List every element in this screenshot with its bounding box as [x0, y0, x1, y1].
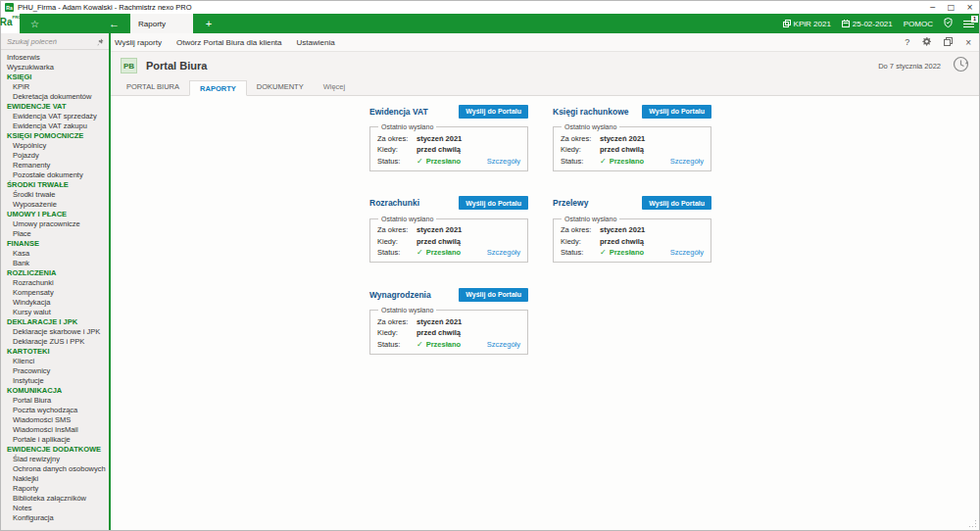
history-clock-icon[interactable]	[953, 56, 969, 76]
sidebar-item-ewidencja-vat-sprzedazy[interactable]: Ewidencja VAT sprzedaży	[1, 112, 109, 121]
send-to-portal-button[interactable]: Wyślij do Portalu	[642, 196, 711, 210]
pin-icon[interactable]	[97, 32, 104, 50]
sidebar-item-rozrachunki[interactable]: Rozrachunki	[1, 278, 109, 288]
last-sent-legend: Ostatnio wysłano	[562, 216, 619, 222]
send-to-portal-button[interactable]: Wyślij do Portalu	[459, 288, 528, 302]
sidebar-item-umowy-pracownicze[interactable]: Umowy pracownicze	[1, 219, 109, 229]
details-link[interactable]: Szczegóły	[670, 248, 704, 257]
period-value: styczeń 2021	[600, 134, 645, 143]
details-link[interactable]: Szczegóły	[487, 157, 520, 166]
back-arrow-icon[interactable]: ←	[109, 14, 120, 33]
sidebar-item-klienci[interactable]: Klienci	[1, 357, 109, 366]
new-tab-button[interactable]: +	[195, 14, 222, 33]
maximize-button[interactable]: □	[942, 1, 960, 14]
status-label: Status:	[377, 157, 416, 166]
last-sent-fieldset: Ostatnio wysłanoZa okres:styczeń 2021Kie…	[369, 216, 528, 264]
sidebar-item-kursy-walut[interactable]: Kursy walut	[1, 308, 109, 317]
last-sent-legend: Ostatnio wysłano	[378, 123, 436, 130]
main-menu-button[interactable]: 1	[963, 20, 974, 28]
minimize-button[interactable]: −	[923, 1, 942, 14]
sidebar-item-portal-biura[interactable]: Portal Biura	[1, 396, 109, 406]
period-label: Za okres:	[377, 134, 416, 143]
command-search[interactable]: Szukaj poleceń	[1, 33, 109, 50]
settings-action[interactable]: Ustawienia	[297, 38, 335, 47]
calendar-icon	[842, 20, 850, 27]
sidebar-item-wyposazenie[interactable]: Wyposażenie	[1, 200, 109, 210]
favorites-star-icon[interactable]: ☆	[30, 14, 39, 33]
sidebar-item-biblioteka-zalacznikow[interactable]: Biblioteka załączników	[1, 494, 109, 504]
window-title: PHU_Firma - Adam Kowalski - Rachmistrz n…	[18, 3, 192, 12]
sidebar-item-wyszukiwarka[interactable]: Wyszukiwarka	[1, 63, 109, 72]
status-value: Przesłano	[426, 340, 461, 349]
sidebar: Szukaj poleceń InfoserwisWyszukiwarkaKSI…	[1, 33, 109, 530]
module-tab-raporty[interactable]: Raporty	[130, 14, 193, 33]
period-value: styczeń 2021	[416, 134, 462, 143]
sidebar-item-infoserwis[interactable]: Infoserwis	[1, 53, 109, 63]
sidebar-item-kasa[interactable]: Kasa	[1, 249, 109, 259]
period-selector[interactable]: KPiR 2021	[783, 20, 831, 28]
sidebar-item-ewidencja-vat-zakupu[interactable]: Ewidencja VAT zakupu	[1, 121, 109, 131]
resize-grip[interactable]	[968, 519, 976, 527]
sidebar-item-wiadomosci-sms[interactable]: Wiadomości SMS	[1, 415, 109, 425]
details-link[interactable]: Szczegóły	[487, 340, 520, 349]
sidebar-item-deklaracje-zus-i-ppk[interactable]: Deklaracje ZUS i PPK	[1, 337, 109, 347]
last-sent-legend: Ostatnio wysłano	[562, 123, 619, 130]
close-window-button[interactable]: ×	[960, 1, 979, 14]
help-label: POMOC	[904, 20, 933, 28]
sidebar-item-wiadomosci-insmail[interactable]: Wiadomości InsMail	[1, 425, 109, 435]
details-link[interactable]: Szczegóły	[670, 157, 704, 166]
app-logo[interactable]: RaPRO	[1, 14, 20, 33]
send-to-portal-button[interactable]: Wyślij do Portalu	[459, 105, 528, 119]
sidebar-item-kpir[interactable]: KPiR	[1, 82, 109, 92]
gear-icon[interactable]	[922, 37, 931, 48]
tab-wiecej[interactable]: Więcej	[314, 79, 356, 95]
send-reports-action[interactable]: Wyślij raporty	[115, 38, 162, 47]
card-title: Księgi rachunkowe	[553, 107, 628, 117]
date-selector[interactable]: 25-02-2021	[842, 20, 893, 28]
help-menu[interactable]: POMOC	[904, 20, 933, 28]
sidebar-section-komunikacja: KOMUNIKACJA	[1, 386, 109, 396]
tab-portal-biura[interactable]: PORTAL BIURA	[117, 79, 189, 95]
sidebar-item-notes[interactable]: Notes	[1, 504, 109, 513]
sidebar-item-srodki-trwale[interactable]: Środki trwałe	[1, 190, 109, 200]
period-value: styczeń 2021	[600, 225, 645, 234]
sidebar-section-deklaracje-i-jpk: DEKLARACJE I JPK	[1, 317, 109, 327]
send-to-portal-button[interactable]: Wyślij do Portalu	[459, 196, 528, 210]
sidebar-item-kompensaty[interactable]: Kompensaty	[1, 288, 109, 298]
details-link[interactable]: Szczegóły	[487, 248, 520, 257]
app-logo-pro: PRO	[13, 14, 22, 22]
sidebar-item-remanenty[interactable]: Remanenty	[1, 161, 109, 170]
close-pane-icon[interactable]: ×	[965, 37, 971, 48]
sidebar-item-konfiguracja[interactable]: Konfiguracja	[1, 513, 109, 523]
sidebar-item-dekretacja-dokumentow[interactable]: Dekretacja dokumentów	[1, 92, 109, 102]
sidebar-item-slad-rewizyjny[interactable]: Ślad rewizyjny	[1, 455, 109, 464]
checkmark-icon: ✓	[600, 157, 607, 166]
sidebar-item-ochrona-danych-osobowych[interactable]: Ochrona danych osobowych	[1, 464, 109, 474]
sidebar-item-raporty[interactable]: Raporty	[1, 484, 109, 494]
report-card-rozrachunki: RozrachunkiWyślij do PortaluOstatnio wys…	[369, 196, 528, 264]
when-value: przed chwilą	[416, 328, 461, 337]
when-label: Kiedy:	[561, 237, 600, 246]
sidebar-item-instytucje[interactable]: Instytucje	[1, 376, 109, 386]
restore-pane-icon[interactable]	[944, 37, 953, 48]
sidebar-item-pojazdy[interactable]: Pojazdy	[1, 151, 109, 161]
sidebar-item-wspolnicy[interactable]: Wspólnicy	[1, 141, 109, 151]
tab-raporty[interactable]: RAPORTY	[189, 80, 247, 96]
open-portal-for-client-action[interactable]: Otwórz Portal Biura dla klienta	[176, 38, 282, 47]
sidebar-section-kartoteki: KARTOTEKI	[1, 347, 109, 357]
help-icon[interactable]: ?	[905, 37, 909, 47]
tab-dokumenty[interactable]: DOKUMENTY	[247, 79, 314, 95]
sidebar-section-ewidencje-vat: EWIDENCJE VAT	[1, 102, 109, 112]
sidebar-item-windykacja[interactable]: Windykacja	[1, 298, 109, 308]
shield-icon[interactable]	[944, 18, 953, 29]
page-title: Portal Biura	[146, 60, 207, 72]
sidebar-item-pozostale-dokumenty[interactable]: Pozostałe dokumenty	[1, 170, 109, 180]
sidebar-item-bank[interactable]: Bank	[1, 259, 109, 268]
sidebar-item-place[interactable]: Płace	[1, 229, 109, 239]
send-to-portal-button[interactable]: Wyślij do Portalu	[642, 105, 711, 119]
sidebar-item-poczta-wychodzaca[interactable]: Poczta wychodząca	[1, 406, 109, 415]
sidebar-item-pracownicy[interactable]: Pracownicy	[1, 366, 109, 376]
sidebar-item-naklejki[interactable]: Naklejki	[1, 474, 109, 484]
sidebar-item-deklaracje-skarbowe-i-jpk[interactable]: Deklaracje skarbowe i JPK	[1, 327, 109, 337]
sidebar-item-portale-i-aplikacje[interactable]: Portale i aplikacje	[1, 435, 109, 445]
